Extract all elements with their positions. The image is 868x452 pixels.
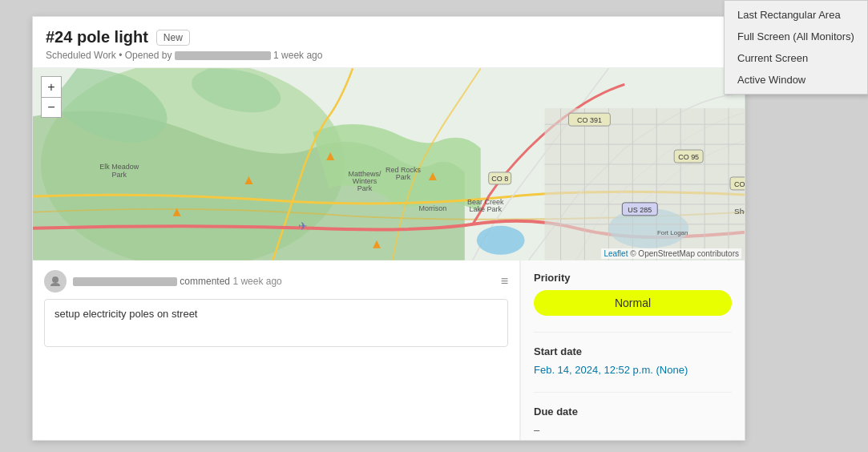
svg-text:Park: Park [396, 173, 411, 181]
svg-point-52 [52, 276, 59, 283]
priority-label: Priority [534, 272, 732, 284]
comment-avatar [44, 270, 67, 293]
svg-text:US 285: US 285 [628, 206, 652, 214]
map-controls: + − [41, 76, 62, 118]
due-date-value: – [534, 424, 732, 436]
context-menu: Last Rectangular Area Full Screen (All M… [724, 0, 868, 95]
map-svg: CO 391 CO 95 CO 88 CO 8 CO 74 US 285 Elk… [33, 68, 745, 260]
start-date-value: Feb. 14, 2024, 12:52 p.m. (None) [534, 364, 732, 376]
context-menu-item-last-rect[interactable]: Last Rectangular Area [725, 4, 867, 26]
subtitle-prefix: Scheduled Work • Opened by [46, 50, 172, 61]
svg-text:CO 88: CO 88 [734, 180, 745, 188]
comment-header: commented 1 week ago ≡ [44, 270, 508, 293]
new-badge: New [156, 30, 190, 46]
comment-time: 1 week ago [232, 276, 281, 287]
leaflet-link[interactable]: Leaflet [604, 249, 628, 258]
panel-title-row: #24 pole light New [46, 28, 732, 46]
panel-title: #24 pole light [46, 28, 148, 46]
panel-subtitle: Scheduled Work • Opened by 1 week ago [46, 50, 732, 61]
context-menu-item-fullscreen[interactable]: Full Screen (All Monitors) [725, 26, 867, 47]
start-date-section: Start date Feb. 14, 2024, 12:52 p.m. (No… [534, 345, 732, 376]
section-divider-2 [534, 392, 732, 393]
svg-point-2 [477, 226, 525, 255]
svg-text:Lake Park: Lake Park [470, 205, 503, 213]
comment-meta: commented 1 week ago [73, 276, 495, 287]
start-date-label: Start date [534, 345, 732, 357]
map-container[interactable]: CO 391 CO 95 CO 88 CO 8 CO 74 US 285 Elk… [33, 68, 745, 260]
comment-item: commented 1 week ago ≡ setup electricity… [44, 270, 508, 347]
due-date-section: Due date – [534, 406, 732, 436]
svg-text:Park: Park [357, 184, 373, 192]
osm-attribution: © OpenStreetMap contributors [630, 249, 739, 258]
section-divider-1 [534, 332, 732, 333]
svg-text:CO 95: CO 95 [678, 153, 699, 161]
comment-menu-icon[interactable]: ≡ [501, 274, 508, 289]
map-attribution: Leaflet © OpenStreetMap contributors [601, 248, 741, 259]
svg-text:Elk Meadow: Elk Meadow [99, 163, 139, 171]
due-date-label: Due date [534, 406, 732, 418]
zoom-out-button[interactable]: − [41, 97, 62, 118]
comment-section: commented 1 week ago ≡ setup electricity… [33, 260, 520, 440]
svg-text:Morrison: Morrison [418, 204, 446, 212]
svg-text:✈: ✈ [298, 220, 308, 232]
comment-body: setup electricity poles on street [44, 299, 508, 347]
svg-text:Fort Logan: Fort Logan [657, 229, 688, 236]
main-panel: #24 pole light New Scheduled Work • Open… [32, 16, 745, 441]
opened-by-user [175, 51, 271, 60]
context-menu-item-current-screen[interactable]: Current Screen [725, 47, 867, 69]
priority-section: Priority Normal [534, 272, 732, 316]
zoom-in-button[interactable]: + [41, 76, 62, 97]
context-menu-item-active-window[interactable]: Active Window [725, 69, 867, 91]
svg-text:CO 8: CO 8 [491, 175, 508, 183]
priority-button[interactable]: Normal [534, 290, 732, 316]
comment-action: commented [180, 276, 230, 287]
svg-text:Sheridan: Sheridan [734, 207, 745, 216]
svg-text:CO 391: CO 391 [577, 116, 602, 124]
comment-username [73, 277, 177, 286]
svg-text:Park: Park [112, 171, 127, 179]
right-sidebar: Priority Normal Start date Feb. 14, 2024… [520, 260, 745, 440]
subtitle-time: 1 week ago [273, 50, 322, 61]
panel-header: #24 pole light New Scheduled Work • Open… [33, 17, 745, 68]
bottom-split: commented 1 week ago ≡ setup electricity… [33, 260, 745, 440]
